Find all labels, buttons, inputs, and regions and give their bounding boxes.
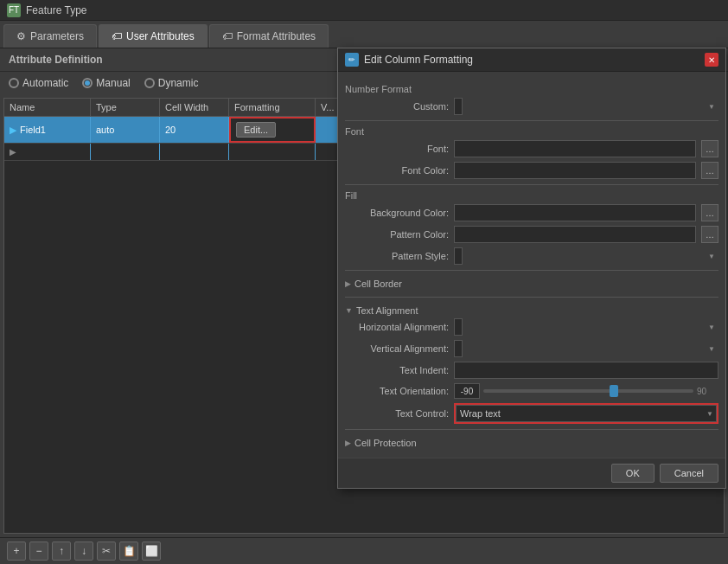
custom-select[interactable] bbox=[454, 98, 463, 115]
radio-dynamic-label: Dynamic bbox=[158, 77, 199, 89]
radio-manual[interactable]: Manual bbox=[82, 77, 130, 89]
edit-button[interactable]: Edit... bbox=[236, 122, 276, 138]
text-control-select[interactable]: Wrap text bbox=[456, 405, 717, 422]
tab-user-attributes[interactable]: 🏷 User Attributes bbox=[99, 24, 208, 48]
cancel-button[interactable]: Cancel bbox=[660, 464, 718, 483]
cell-border-collapse-icon: ▶ bbox=[345, 279, 351, 288]
cell-border-header[interactable]: ▶ Cell Border bbox=[345, 276, 718, 292]
copy-button[interactable]: 📋 bbox=[119, 542, 138, 561]
tabs-container: ⚙ Parameters 🏷 User Attributes 🏷 Format … bbox=[0, 21, 728, 48]
font-color-row: Font Color: … bbox=[345, 162, 718, 179]
text-control-label: Text Control: bbox=[345, 408, 449, 419]
move-up-button[interactable]: ↑ bbox=[52, 542, 71, 561]
tab-user-attributes-label: User Attributes bbox=[126, 30, 195, 42]
new-row-type bbox=[91, 144, 160, 160]
horizontal-alignment-row: Horizontal Alignment: bbox=[345, 318, 718, 336]
col-formatting: Formatting bbox=[229, 99, 316, 116]
dialog-footer: OK Cancel bbox=[338, 458, 725, 488]
dialog-title-text: Edit Column Formatting bbox=[364, 54, 473, 66]
bg-color-label: Background Color: bbox=[345, 208, 449, 218]
pattern-style-select[interactable] bbox=[454, 247, 463, 265]
orientation-slider-track bbox=[483, 389, 693, 393]
ok-button[interactable]: OK bbox=[611, 464, 655, 483]
tab-parameters[interactable]: ⚙ Parameters bbox=[3, 24, 97, 48]
vertical-alignment-select[interactable] bbox=[454, 340, 463, 357]
text-alignment-collapse-icon: ▼ bbox=[345, 306, 353, 315]
move-down-button[interactable]: ↓ bbox=[74, 542, 93, 561]
dialog-title: ✏ Edit Column Formatting bbox=[345, 53, 473, 67]
text-control-select-wrapper: Wrap text bbox=[454, 403, 718, 424]
orientation-slider-container bbox=[483, 389, 693, 393]
orientation-value-input[interactable]: -90 bbox=[454, 383, 480, 399]
remove-button[interactable]: − bbox=[29, 542, 48, 561]
font-browse-button[interactable]: … bbox=[701, 140, 718, 157]
cut-button[interactable]: ✂ bbox=[97, 542, 116, 561]
vertical-alignment-select-wrapper bbox=[454, 340, 718, 357]
pattern-style-row: Pattern Style: bbox=[345, 247, 718, 265]
user-attributes-icon: 🏷 bbox=[112, 30, 122, 42]
new-row-formatting bbox=[229, 144, 316, 160]
divider-5 bbox=[345, 429, 718, 430]
new-row-width bbox=[160, 144, 229, 160]
orientation-max-label: 90 bbox=[697, 387, 718, 396]
divider-3 bbox=[345, 270, 718, 271]
font-section-label: Font bbox=[345, 126, 718, 137]
pattern-color-row: Pattern Color: … bbox=[345, 226, 718, 243]
orientation-control: -90 90 bbox=[454, 383, 718, 399]
dialog-icon: ✏ bbox=[345, 53, 359, 67]
format-attributes-icon: 🏷 bbox=[222, 30, 233, 42]
dialog-body: Number Format Custom: Font Font: … Font … bbox=[338, 72, 725, 458]
bg-color-input[interactable] bbox=[454, 204, 696, 221]
cell-formatting: Edit... bbox=[229, 117, 316, 143]
font-label: Font: bbox=[345, 144, 449, 154]
radio-automatic[interactable]: Automatic bbox=[9, 77, 68, 89]
custom-label: Custom: bbox=[345, 101, 449, 112]
tab-format-attributes-label: Format Attributes bbox=[237, 30, 316, 42]
dialog-close-button[interactable]: ✕ bbox=[705, 53, 718, 67]
cell-protection-label: Cell Protection bbox=[354, 438, 417, 448]
bg-color-browse-button[interactable]: … bbox=[701, 204, 718, 221]
row-arrow-icon: ▶ bbox=[10, 125, 16, 136]
cell-name: ▶ Field1 bbox=[4, 117, 91, 143]
edit-column-formatting-dialog: ✏ Edit Column Formatting ✕ Number Format… bbox=[337, 48, 726, 489]
cell-protection-header[interactable]: ▶ Cell Protection bbox=[345, 435, 718, 451]
font-color-label: Font Color: bbox=[345, 165, 449, 176]
tab-parameters-label: Parameters bbox=[30, 30, 84, 42]
radio-dynamic[interactable]: Dynamic bbox=[144, 77, 199, 89]
text-alignment-header[interactable]: ▼ Text Alignment bbox=[345, 303, 718, 318]
font-input[interactable] bbox=[454, 140, 696, 157]
add-button[interactable]: + bbox=[7, 542, 26, 561]
horizontal-alignment-select[interactable] bbox=[454, 318, 463, 336]
bg-color-row: Background Color: … bbox=[345, 204, 718, 221]
radio-automatic-circle bbox=[9, 78, 19, 88]
fill-section-label: Fill bbox=[345, 190, 718, 201]
new-row-arrow-icon: ▶ bbox=[10, 147, 16, 157]
font-row: Font: … bbox=[345, 140, 718, 157]
tab-format-attributes[interactable]: 🏷 Format Attributes bbox=[209, 24, 329, 48]
text-indent-row: Text Indent: bbox=[345, 362, 718, 379]
font-color-browse-button[interactable]: … bbox=[701, 162, 718, 179]
paste-button[interactable]: ⬜ bbox=[142, 542, 161, 561]
orientation-slider-thumb[interactable] bbox=[610, 385, 618, 397]
pattern-color-label: Pattern Color: bbox=[345, 229, 449, 240]
cell-cell-width: 20 bbox=[160, 117, 229, 143]
cell-type: auto bbox=[91, 117, 160, 143]
font-color-input[interactable] bbox=[454, 162, 696, 179]
pattern-color-input[interactable] bbox=[454, 226, 696, 243]
radio-dynamic-circle bbox=[144, 78, 155, 88]
title-bar: FT Feature Type bbox=[0, 0, 728, 21]
col-type: Type bbox=[91, 99, 160, 116]
pattern-style-label: Pattern Style: bbox=[345, 251, 449, 261]
pattern-style-select-wrapper bbox=[454, 247, 718, 265]
radio-automatic-label: Automatic bbox=[22, 77, 68, 89]
cell-name-value: Field1 bbox=[20, 125, 46, 135]
new-row-arrow: ▶ bbox=[4, 144, 91, 160]
text-orientation-row: Text Orientation: -90 90 bbox=[345, 383, 718, 399]
text-alignment-label: Text Alignment bbox=[356, 305, 418, 316]
radio-manual-circle bbox=[82, 78, 93, 88]
text-indent-input[interactable] bbox=[454, 362, 718, 379]
pattern-color-browse-button[interactable]: … bbox=[701, 226, 718, 243]
cell-protection-collapse-icon: ▶ bbox=[345, 439, 351, 447]
radio-manual-label: Manual bbox=[96, 77, 130, 89]
text-indent-label: Text Indent: bbox=[345, 365, 449, 375]
